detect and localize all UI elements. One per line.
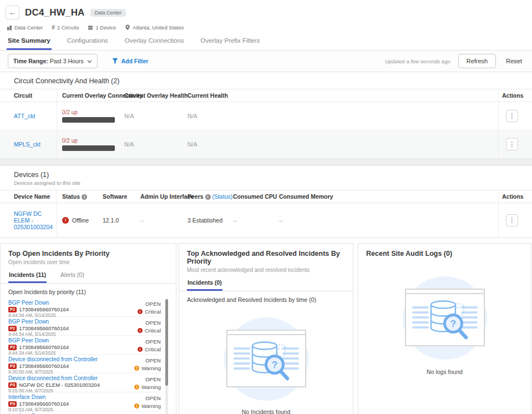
back-button[interactable]: ←	[6, 6, 19, 19]
row-actions-menu-button[interactable]: ⋮	[506, 214, 518, 226]
time-range-value: Past 3 Hours	[50, 58, 84, 64]
connectivity-bar	[62, 117, 115, 123]
tab-site-summary[interactable]: Site Summary	[7, 35, 52, 50]
tab-overlay-connections[interactable]: Overlay Connections	[124, 35, 185, 50]
incident-state: OPEN	[145, 357, 161, 363]
filter-toolbar: Time Range: Past 3 Hours Add Filter Upda…	[0, 51, 532, 72]
col-status-label: Status	[62, 193, 80, 200]
device-link[interactable]: NGFW DC ELEM - 025301003204	[14, 210, 58, 230]
incident-id: NGFW DC ELEM - 025301003204	[19, 382, 100, 388]
severity-label: Warning	[141, 384, 161, 390]
scrollbar-track[interactable]	[165, 299, 168, 414]
current-health-value: N/A	[188, 141, 197, 148]
list-item: Interface Down P317308495660760164 9:10:…	[8, 392, 161, 411]
list-item: BGP Peer Down P217308495660760164 4:44:3…	[8, 336, 161, 355]
incident-state: OPEN	[145, 320, 161, 326]
tab-overlay-prefix-filters[interactable]: Overlay Prefix Filters	[200, 35, 261, 50]
open-incidents-panel: Top Open Incidents By Priority Open inci…	[0, 243, 176, 414]
col-actions: Actions	[502, 193, 524, 200]
updated-timestamp: Updated a few seconds ago	[385, 58, 450, 64]
col-device-name: Device Name	[14, 193, 58, 200]
connectivity-value: 0/2 up	[62, 138, 115, 144]
priority-badge: P3	[8, 363, 17, 369]
peers-info-icon[interactable]: i	[205, 194, 211, 200]
circuits-title: Circuit Connectivity And Health (2)	[0, 72, 532, 89]
incident-link[interactable]: Interface Down	[8, 394, 69, 400]
incident-id: 17308495660760164	[19, 344, 69, 350]
devices-subtitle: Devices assigned to this site	[0, 180, 532, 190]
device-admin-up: --	[140, 217, 144, 224]
status-info-icon[interactable]: i	[82, 194, 87, 200]
meta-location: Atlanta, United States	[125, 24, 184, 31]
scrollbar-thumb[interactable]	[165, 299, 168, 386]
tab-incidents[interactable]: Incidents (11)	[8, 270, 47, 283]
warning-severity-icon: !	[134, 385, 139, 390]
incident-state: OPEN	[145, 301, 161, 307]
time-range-select[interactable]: Time Range: Past 3 Hours	[8, 54, 98, 68]
tab-configurations[interactable]: Configurations	[66, 35, 109, 50]
meta-circuits-label: 2 Circuits	[57, 24, 79, 31]
incident-time: 4:44:34 AM, 5/14/2025	[8, 312, 69, 318]
circuit-link[interactable]: ATT_ckt	[14, 113, 35, 119]
panel-subtitle: Most recent acknowledged and resolved in…	[187, 267, 345, 273]
incident-link[interactable]: Device disconnected from Controller	[8, 356, 98, 362]
incident-id: 17308495660760164	[19, 363, 69, 369]
meta-devices-label: 1 Device	[95, 24, 116, 31]
devices-table-header: Device Name Status i Software Admin Up I…	[0, 190, 532, 203]
resolved-list-title: Acknowledged and Resolved Incidents by t…	[187, 296, 345, 303]
col-consumed-memory: Consumed Memory	[279, 193, 333, 200]
connectivity-value: 0/2 up	[62, 109, 115, 115]
overlay-health-value: N/A	[124, 113, 134, 119]
incident-link[interactable]: BGP Peer Down	[8, 300, 69, 306]
row-actions-menu-button[interactable]: ⋮	[506, 138, 518, 150]
col-circuit: Circuit	[14, 92, 32, 99]
tab-incidents[interactable]: Incidents (0)	[187, 277, 222, 291]
list-item: BGP Peer Down P217308495660760164 4:44:3…	[8, 298, 161, 317]
circuit-icon: #	[52, 24, 55, 31]
col-current-health: Current Health	[188, 92, 228, 99]
svg-text:?: ?	[271, 360, 277, 370]
incident-link[interactable]: BGP Peer Down	[8, 337, 69, 344]
empty-state-text: No logs found	[366, 368, 523, 375]
devices-card: Devices (1) Devices assigned to this sit…	[0, 165, 532, 238]
col-overlay-health: Current Overlay Health	[124, 92, 188, 99]
filter-funnel-icon	[112, 58, 118, 65]
circuit-link[interactable]: MPLS_ckt	[14, 141, 40, 148]
warning-severity-icon: !	[134, 403, 139, 408]
no-data-icon: ?	[403, 288, 487, 348]
col-consumed-cpu: Consumed CPU	[233, 193, 277, 200]
device-peers: 3 Established	[188, 217, 222, 224]
refresh-button[interactable]: Refresh	[458, 54, 496, 68]
meta-site-type: Data Center	[7, 24, 43, 31]
add-filter-label: Add Filter	[121, 58, 148, 64]
priority-badge: P2	[8, 326, 17, 331]
add-filter-button[interactable]: Add Filter	[112, 58, 148, 65]
incident-state: OPEN	[145, 339, 161, 345]
no-data-icon: ?	[225, 329, 308, 389]
device-memory: --	[279, 217, 283, 224]
tab-alerts[interactable]: Alerts (0)	[60, 270, 85, 283]
incident-time: 9:30:00 AM, 6/7/2025	[8, 369, 98, 375]
incident-link[interactable]: BGP Peer Down	[8, 319, 69, 325]
row-actions-menu-button[interactable]: ⋮	[506, 110, 518, 122]
reset-button[interactable]: Reset	[504, 54, 524, 68]
severity-label: Critical	[145, 309, 161, 315]
incident-link[interactable]: Device disconnected from Controller	[8, 375, 100, 381]
col-peers: Peers i (Status)	[188, 193, 232, 200]
critical-severity-icon: !	[138, 347, 143, 352]
col-status: Status i	[62, 193, 87, 200]
resolved-incidents-panel: Top Acknowledged and Resolved Incidents …	[179, 243, 353, 414]
peers-status-link[interactable]: (Status)	[212, 193, 232, 200]
offline-status-icon: !	[62, 217, 69, 224]
warning-severity-icon: !	[134, 366, 139, 371]
panel-title: Top Acknowledged and Resolved Incidents …	[187, 250, 345, 265]
table-row: NGFW DC ELEM - 025301003204 ! Offline 12…	[0, 203, 532, 238]
priority-badge: P3	[8, 401, 17, 407]
incident-list: BGP Peer Down P217308495660760164 4:44:3…	[8, 298, 168, 414]
devices-title: Devices (1)	[0, 166, 532, 180]
site-meta: Data Center # 2 Circuits 1 Device Atlant…	[0, 19, 532, 31]
site-type-badge: Data Center	[90, 9, 126, 17]
incident-id: 17308495660760164	[19, 325, 69, 331]
summary-panels: Top Open Incidents By Priority Open inci…	[0, 243, 532, 414]
circuits-card: Circuit Connectivity And Health (2) Circ…	[0, 72, 532, 159]
